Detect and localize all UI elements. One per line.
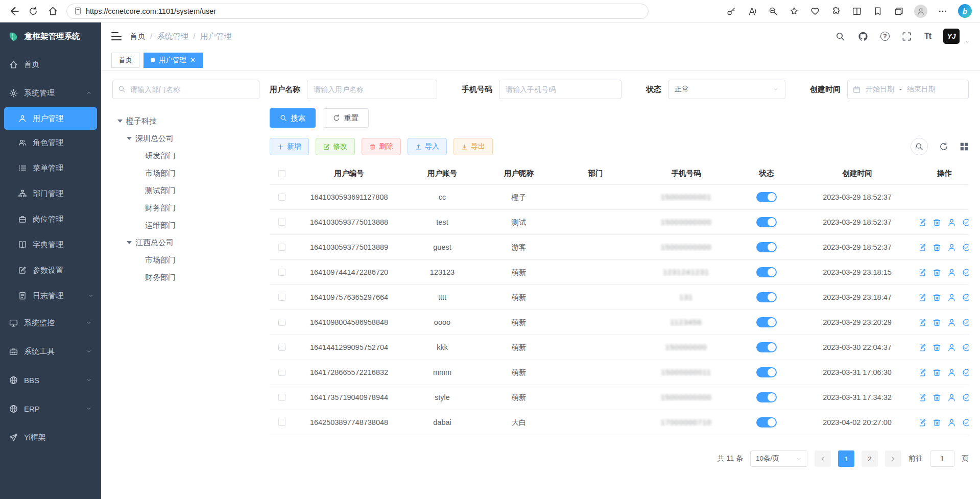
- row-delete-icon[interactable]: [933, 218, 941, 227]
- collections-icon[interactable]: [893, 6, 904, 17]
- phone-input[interactable]: [499, 80, 622, 99]
- page-button-2[interactable]: 2: [862, 450, 878, 467]
- tree-node[interactable]: 财务部门: [112, 269, 259, 286]
- github-icon[interactable]: [858, 31, 868, 41]
- page-size-select[interactable]: 10条/页: [750, 450, 807, 467]
- row-edit-icon[interactable]: [920, 343, 926, 352]
- row-assign-role-icon[interactable]: [962, 418, 969, 427]
- add-button[interactable]: 新增: [270, 138, 309, 155]
- row-checkbox[interactable]: [278, 194, 285, 201]
- font-size-icon[interactable]: [924, 32, 931, 41]
- date-range-picker[interactable]: 开始日期 - 结束日期: [847, 80, 969, 99]
- row-assign-role-icon[interactable]: [962, 318, 969, 327]
- row-reset-password-icon[interactable]: [947, 343, 956, 352]
- url-text[interactable]: https://ccnetcore.com:1101/system/user: [86, 7, 216, 15]
- row-checkbox[interactable]: [278, 244, 285, 251]
- sidebar-item-menu-mgmt[interactable]: 菜单管理: [0, 155, 101, 181]
- row-checkbox[interactable]: [278, 394, 285, 401]
- tree-node[interactable]: 测试部门: [112, 182, 259, 199]
- row-edit-icon[interactable]: [920, 268, 926, 277]
- status-toggle[interactable]: [756, 317, 777, 327]
- row-assign-role-icon[interactable]: [962, 243, 969, 252]
- row-checkbox[interactable]: [278, 419, 285, 426]
- row-assign-role-icon[interactable]: [962, 293, 969, 302]
- status-toggle[interactable]: [756, 417, 777, 427]
- help-icon[interactable]: [880, 32, 890, 41]
- status-toggle[interactable]: [756, 367, 777, 377]
- status-toggle[interactable]: [756, 292, 777, 302]
- row-delete-icon[interactable]: [933, 293, 941, 302]
- row-reset-password-icon[interactable]: [947, 218, 956, 227]
- fullscreen-icon[interactable]: [902, 31, 912, 41]
- row-checkbox[interactable]: [278, 269, 285, 276]
- tree-node[interactable]: 市场部门: [112, 164, 259, 182]
- select-all-checkbox[interactable]: [278, 170, 285, 177]
- row-assign-role-icon[interactable]: [962, 218, 969, 227]
- close-icon[interactable]: [190, 57, 196, 63]
- profile-avatar[interactable]: [914, 5, 927, 18]
- status-toggle[interactable]: [756, 242, 777, 252]
- tree-node[interactable]: 财务部门: [112, 199, 259, 217]
- sidebar-item-bbs[interactable]: BBS: [0, 366, 101, 394]
- row-reset-password-icon[interactable]: [947, 243, 956, 252]
- favorites-icon[interactable]: [872, 6, 883, 17]
- search-toggle-button[interactable]: [911, 138, 928, 155]
- sidebar-item-monitor[interactable]: 系统监控: [0, 308, 101, 337]
- row-edit-icon[interactable]: [920, 368, 926, 377]
- row-reset-password-icon[interactable]: [947, 393, 956, 402]
- read-aloud-icon[interactable]: [747, 6, 758, 17]
- delete-button[interactable]: 删除: [362, 138, 401, 155]
- status-toggle[interactable]: [756, 267, 777, 277]
- split-screen-icon[interactable]: [851, 6, 863, 17]
- tab-home[interactable]: 首页: [111, 53, 139, 68]
- row-assign-role-icon[interactable]: [962, 393, 969, 402]
- row-checkbox[interactable]: [278, 369, 285, 376]
- sidebar-item-yi-framework[interactable]: Yi框架: [0, 423, 101, 452]
- next-page-button[interactable]: [885, 450, 901, 467]
- goto-page-input[interactable]: [930, 450, 954, 467]
- row-checkbox[interactable]: [278, 294, 285, 301]
- home-icon[interactable]: [47, 6, 58, 17]
- tree-node[interactable]: 市场部门: [112, 251, 259, 269]
- expand-arrow-icon[interactable]: [117, 120, 123, 123]
- row-delete-icon[interactable]: [933, 243, 941, 252]
- sidebar-item-dict-mgmt[interactable]: 字典管理: [0, 232, 101, 257]
- row-delete-icon[interactable]: [933, 343, 941, 352]
- row-edit-icon[interactable]: [920, 218, 926, 227]
- status-toggle[interactable]: [756, 342, 777, 352]
- search-button[interactable]: 搜索: [270, 108, 316, 128]
- sidebar-toggle-icon[interactable]: [111, 32, 122, 40]
- row-delete-icon[interactable]: [933, 393, 941, 402]
- tree-node[interactable]: 研发部门: [112, 147, 259, 164]
- sidebar-item-post-mgmt[interactable]: 岗位管理: [0, 206, 101, 232]
- browser-essentials-icon[interactable]: [809, 6, 821, 17]
- sidebar-item-home[interactable]: 首页: [0, 50, 101, 79]
- key-icon[interactable]: [726, 6, 737, 17]
- row-checkbox[interactable]: [278, 344, 285, 351]
- row-delete-icon[interactable]: [933, 268, 941, 277]
- reset-button[interactable]: 重置: [323, 108, 369, 128]
- status-toggle[interactable]: [756, 392, 777, 402]
- row-edit-icon[interactable]: [920, 318, 926, 327]
- sidebar-item-param-settings[interactable]: 参数设置: [0, 257, 101, 283]
- expand-arrow-icon[interactable]: [127, 137, 132, 140]
- sidebar-item-system[interactable]: 系统管理: [0, 79, 101, 107]
- row-reset-password-icon[interactable]: [947, 368, 956, 377]
- address-bar[interactable]: https://ccnetcore.com:1101/system/user: [66, 4, 649, 19]
- tree-node[interactable]: 橙子科技: [112, 112, 259, 130]
- expand-arrow-icon[interactable]: [127, 241, 132, 244]
- row-assign-role-icon[interactable]: [962, 268, 969, 277]
- status-toggle[interactable]: [756, 217, 777, 227]
- page-button-1[interactable]: 1: [838, 450, 854, 467]
- export-button[interactable]: 导出: [453, 138, 493, 155]
- sidebar-item-log-mgmt[interactable]: 日志管理: [0, 283, 101, 308]
- row-reset-password-icon[interactable]: [947, 418, 956, 427]
- search-icon[interactable]: [835, 31, 846, 41]
- row-checkbox[interactable]: [278, 219, 285, 226]
- prev-page-button[interactable]: [815, 450, 831, 467]
- bing-icon[interactable]: [958, 4, 972, 18]
- status-select[interactable]: 正常: [668, 80, 785, 99]
- extensions-icon[interactable]: [830, 6, 842, 17]
- row-edit-icon[interactable]: [920, 393, 926, 402]
- sidebar-item-role-mgmt[interactable]: 角色管理: [0, 130, 101, 155]
